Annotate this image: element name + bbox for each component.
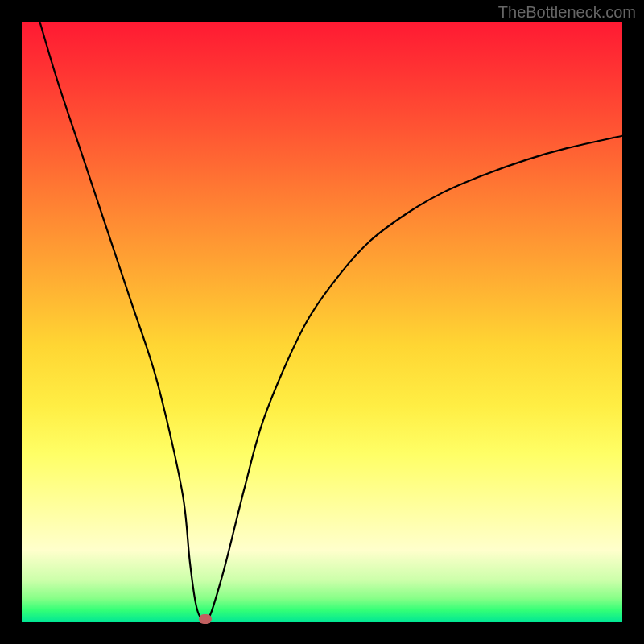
plot-area <box>22 22 622 622</box>
watermark-text: TheBottleneck.com <box>498 3 636 22</box>
chart-container: TheBottleneck.com <box>0 0 644 644</box>
optimal-point-marker <box>199 614 212 624</box>
bottleneck-curve <box>22 22 622 622</box>
